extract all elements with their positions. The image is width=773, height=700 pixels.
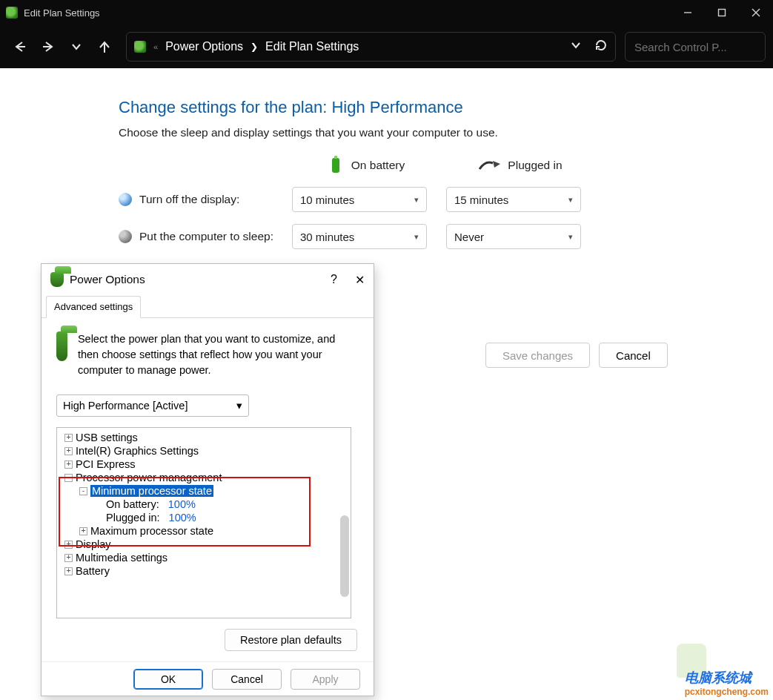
search-input[interactable] — [634, 41, 773, 53]
window-close-button[interactable] — [739, 0, 773, 25]
active-plan-select[interactable]: High Performance [Active] ▾ — [56, 394, 249, 417]
dialog-description: Select the power plan that you want to c… — [78, 331, 359, 378]
display-off-battery-value: 10 minutes — [300, 194, 354, 206]
plug-icon — [478, 159, 500, 172]
svg-rect-9 — [332, 158, 339, 173]
expand-icon[interactable]: + — [64, 460, 73, 469]
back-button[interactable] — [7, 34, 33, 59]
restore-defaults-button[interactable]: Restore plan defaults — [225, 629, 357, 651]
chevron-down-icon: ▾ — [236, 400, 242, 412]
page-title: Change settings for the plan: High Perfo… — [119, 98, 773, 117]
sleep-battery-value: 30 minutes — [300, 231, 354, 243]
address-icon — [134, 41, 146, 53]
expand-icon[interactable]: + — [64, 541, 73, 549]
battery-icon — [328, 156, 344, 175]
address-dropdown-icon[interactable] — [571, 40, 581, 53]
sleep-icon — [119, 230, 132, 243]
watermark: 电脑系统城 pcxitongcheng.com — [685, 669, 769, 697]
active-plan-value: High Performance [Active] — [63, 400, 188, 412]
expand-icon[interactable]: + — [64, 447, 73, 455]
tree-item-min-processor-state[interactable]: -Minimum processor state — [59, 484, 349, 498]
display-off-icon — [119, 193, 132, 206]
tab-advanced-settings[interactable]: Advanced settings — [46, 296, 141, 318]
collapse-icon[interactable]: - — [79, 487, 87, 495]
tree-item-on-battery[interactable]: On battery: 100% — [59, 498, 349, 511]
apply-button[interactable]: Apply — [291, 669, 360, 690]
power-options-dialog: Power Options ? ✕ Advanced settings Sele… — [41, 263, 374, 696]
collapse-icon[interactable]: - — [64, 474, 73, 482]
svg-marker-11 — [493, 161, 500, 168]
tree-item-processor-power[interactable]: -Processor power management — [59, 471, 349, 484]
dialog-title: Power Options — [70, 273, 145, 286]
expand-icon[interactable]: + — [79, 527, 87, 535]
watermark-en: pcxitongcheng.com — [685, 687, 769, 697]
maximize-button[interactable] — [705, 0, 739, 25]
display-off-plugged-select[interactable]: 15 minutes ▾ — [446, 187, 581, 212]
navigation-bar: « Power Options ❯ Edit Plan Settings — [0, 25, 773, 68]
display-off-plugged-value: 15 minutes — [454, 194, 508, 206]
chevron-down-icon: ▾ — [414, 232, 419, 242]
plugged-in-value[interactable]: 100% — [169, 512, 196, 524]
tree-item-max-processor-state[interactable]: +Maximum processor state — [59, 524, 349, 538]
watermark-cn: 电脑系统城 — [685, 670, 752, 685]
dialog-close-button[interactable]: ✕ — [355, 273, 365, 287]
row-display-label: Turn off the display: — [139, 193, 239, 206]
recent-dropdown[interactable] — [64, 34, 89, 59]
expand-icon[interactable]: + — [64, 434, 73, 442]
on-battery-label: On battery: — [106, 498, 159, 510]
breadcrumb-separator-icon[interactable]: ❯ — [251, 42, 258, 52]
dialog-cancel-button[interactable]: Cancel — [212, 669, 282, 690]
power-plan-icon — [56, 331, 67, 361]
tree-item-battery[interactable]: +Battery — [59, 564, 349, 578]
save-changes-button[interactable]: Save changes — [485, 343, 590, 368]
search-box[interactable] — [625, 32, 766, 62]
address-bar[interactable]: « Power Options ❯ Edit Plan Settings — [126, 32, 616, 62]
column-on-battery: On battery — [351, 159, 405, 172]
ok-button[interactable]: OK — [133, 669, 203, 690]
cancel-button[interactable]: Cancel — [599, 343, 668, 368]
minimize-button[interactable] — [671, 0, 705, 25]
sleep-plugged-select[interactable]: Never ▾ — [446, 224, 581, 249]
breadcrumb-power-options[interactable]: Power Options — [165, 40, 243, 53]
on-battery-value[interactable]: 100% — [168, 498, 196, 510]
up-button[interactable] — [92, 34, 117, 59]
tree-item-pci-express[interactable]: +PCI Express — [59, 458, 349, 471]
svg-rect-1 — [719, 10, 726, 16]
chevron-down-icon: ▾ — [414, 195, 419, 205]
expand-icon[interactable]: + — [64, 567, 73, 575]
tree-item-intel-graphics[interactable]: +Intel(R) Graphics Settings — [59, 444, 349, 458]
scrollbar-thumb[interactable] — [340, 515, 349, 597]
expand-icon[interactable]: + — [64, 554, 73, 562]
tree-item-usb[interactable]: +USB settings — [59, 431, 349, 444]
sleep-plugged-value: Never — [454, 231, 484, 243]
dialog-help-button[interactable]: ? — [331, 273, 337, 286]
svg-rect-10 — [334, 156, 337, 159]
plugged-in-label: Plugged in: — [106, 512, 160, 524]
chevron-down-icon: ▾ — [568, 232, 573, 242]
window-title: Edit Plan Settings — [24, 7, 100, 19]
chevron-down-icon: ▾ — [568, 195, 573, 205]
refresh-button[interactable] — [594, 39, 608, 55]
tree-item-multimedia[interactable]: +Multimedia settings — [59, 551, 349, 564]
row-sleep-label: Put the computer to sleep: — [139, 230, 273, 243]
window-titlebar: Edit Plan Settings — [0, 0, 773, 25]
page-subheading: Choose the sleep and display settings th… — [119, 126, 773, 139]
forward-button[interactable] — [36, 34, 61, 59]
settings-tree[interactable]: +USB settings +Intel(R) Graphics Setting… — [56, 427, 351, 618]
dialog-tabstrip: Advanced settings — [42, 295, 374, 318]
breadcrumb-edit-plan[interactable]: Edit Plan Settings — [265, 40, 359, 53]
dialog-icon — [50, 272, 64, 287]
column-plugged-in: Plugged in — [508, 159, 562, 172]
display-off-battery-select[interactable]: 10 minutes ▾ — [292, 187, 427, 212]
tree-item-plugged-in[interactable]: Plugged in: 100% — [59, 511, 349, 524]
app-icon — [6, 7, 18, 19]
breadcrumb-overflow-icon[interactable]: « — [153, 42, 158, 51]
tree-item-display[interactable]: +Display — [59, 538, 349, 551]
sleep-battery-select[interactable]: 30 minutes ▾ — [292, 224, 427, 249]
